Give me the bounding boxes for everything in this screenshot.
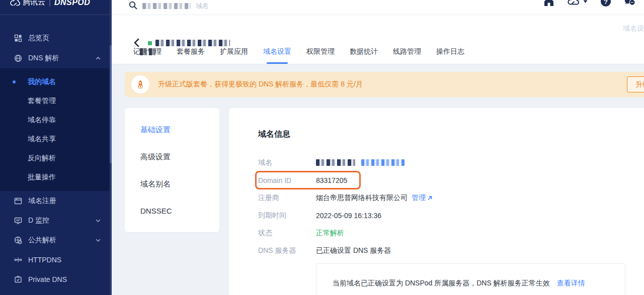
sidebar-item-label: Private DNS xyxy=(28,275,67,283)
sidebar-item-httpdns[interactable]: HTTPDNS xyxy=(0,250,112,269)
sidebar-item-overview[interactable]: 总览页 xyxy=(0,28,112,48)
rocket-icon-circle xyxy=(131,75,149,93)
globe-gear-icon xyxy=(14,236,22,244)
chevron-up-icon xyxy=(96,56,101,61)
censored-search-text xyxy=(142,3,191,9)
home-icon[interactable] xyxy=(543,0,555,8)
svg-text:?: ? xyxy=(604,0,608,6)
chat-icon[interactable] xyxy=(624,0,636,8)
row-label: 域名 xyxy=(258,158,316,167)
sidebar-item-label: D 监控 xyxy=(28,216,49,225)
tencent-cloud-icon xyxy=(10,0,20,6)
safebox-icon xyxy=(14,275,22,283)
subitem-label: 套餐管理 xyxy=(28,96,56,106)
view-details-link[interactable]: 查看详情 xyxy=(557,279,585,288)
row-domain-id: Domain ID 83317205 xyxy=(258,171,644,189)
domain-info-card: 域名信息 域名 Domain ID 83317205 注册商 烟台帝思普网络科技… xyxy=(229,108,644,295)
tab-label: 套餐服务 xyxy=(177,47,205,55)
sidebar-subitem-domain-parking[interactable]: 域名停靠 xyxy=(0,111,112,130)
censored-domain-value xyxy=(316,159,405,166)
status-dot-green xyxy=(148,41,152,45)
tab-label: 操作日志 xyxy=(436,47,464,55)
tab-label: 权限管理 xyxy=(306,47,335,55)
registrar-manage-link[interactable]: 管理 xyxy=(412,193,432,203)
row-dns-server: DNS 服务器 已正确设置 DNS 服务器 xyxy=(258,242,644,259)
tab-line-management[interactable]: 线路管理 xyxy=(393,47,421,64)
topbar: 域名 ? xyxy=(112,0,644,15)
help-icon[interactable]: ? xyxy=(600,0,612,8)
dns-server-value: 已正确设置 DNS 服务器 xyxy=(316,246,391,255)
tab-permissions[interactable]: 权限管理 xyxy=(306,47,335,64)
subitem-label: 批量操作 xyxy=(28,173,56,182)
search-icon xyxy=(129,1,137,10)
window-icon xyxy=(14,197,22,205)
chevron-down-icon xyxy=(96,238,101,243)
sidebar-item-domain-registration[interactable]: 域名注册 xyxy=(0,191,112,211)
chevron-down-icon xyxy=(96,218,101,223)
row-label: DNS 服务器 xyxy=(258,246,316,255)
upgrade-button[interactable]: 升级 xyxy=(627,76,644,92)
row-status: 状态 正常解析 xyxy=(258,224,644,242)
tab-statistics[interactable]: 数据统计 xyxy=(350,47,378,64)
menu-item-basic-settings[interactable]: 基础设置 xyxy=(125,116,219,143)
sidebar-subitem-reverse-dns[interactable]: 反向解析 xyxy=(0,149,112,168)
sidebar-item-label: 公共解析 xyxy=(28,236,56,245)
domain-id-value: 83317205 xyxy=(316,176,347,184)
menu-item-domain-alias[interactable]: 域名别名 xyxy=(125,170,219,198)
tab-records[interactable]: 记录管理 xyxy=(133,47,162,64)
expire-value: 2022-05-09 16:13:36 xyxy=(316,212,381,220)
back-icon[interactable] xyxy=(133,38,141,47)
tab-domain-settings[interactable]: 域名设置 xyxy=(263,47,291,64)
sidebar-item-dns[interactable]: DNS 解析 xyxy=(0,48,112,68)
brand-logo[interactable]: 腾讯云 | DNSPOD xyxy=(0,0,112,15)
tab-label: 线路管理 xyxy=(393,47,421,55)
caret-down-icon[interactable] xyxy=(583,0,588,4)
tab-extensions[interactable]: 扩展应用 xyxy=(220,47,248,64)
dns-status-notice-box: 当前域名已正确设置为 DNSPod 所属服务器，DNS 解析服务正常生效 查看详… xyxy=(316,263,625,295)
domain-info-title: 域名信息 xyxy=(258,129,644,140)
tab-plan-services[interactable]: 套餐服务 xyxy=(177,47,205,64)
row-label: 状态 xyxy=(258,229,316,238)
row-label: 注册商 xyxy=(258,193,316,203)
subitem-label: 域名停靠 xyxy=(28,116,56,125)
censored-domain-title xyxy=(148,40,230,46)
sidebar-item-label: DNS 解析 xyxy=(28,54,59,63)
main-content: 升级正式版套餐，获得更极致的 DNS 解析服务，最低仅需 8 元/月 升级 基础… xyxy=(112,64,644,295)
sidebar-item-private-dns[interactable]: Private DNS xyxy=(0,269,112,289)
tab-label: 域名设置 xyxy=(263,47,291,55)
sidebar-subitem-batch-operations[interactable]: 批量操作 xyxy=(0,168,112,187)
subitem-label: 域名共享 xyxy=(28,135,56,144)
registrar-value: 烟台帝思普网络科技有限公司 xyxy=(316,193,408,203)
node-link-icon xyxy=(14,256,22,264)
page-header: 域名设置 记录管理 套餐服务 扩展应用 域名设置 权限管理 数据统计 线路管理 … xyxy=(112,15,644,64)
globe-icon xyxy=(14,54,22,62)
brand-dnspod: DNSPOD xyxy=(54,0,90,7)
brand-tencent: 腾讯云 xyxy=(23,0,45,7)
sidebar-subitem-domain-sharing[interactable]: 域名共享 xyxy=(0,130,112,149)
row-domain: 域名 xyxy=(258,154,644,171)
cloud-console-icon[interactable] xyxy=(567,0,579,8)
sidebar: 腾讯云 | DNSPOD 总览页 DNS 解析 我的域名 套餐管理 域名停靠 域… xyxy=(0,0,112,295)
status-value: 正常解析 xyxy=(316,229,344,238)
sidebar-item-label: HTTPDNS xyxy=(28,256,61,264)
external-link-icon xyxy=(427,195,432,201)
menu-item-dnssec[interactable]: DNSSEC xyxy=(125,198,219,225)
search-input[interactable]: 域名 xyxy=(129,2,209,11)
sidebar-subitem-plan-management[interactable]: 套餐管理 xyxy=(0,91,112,111)
corner-help-link[interactable]: 域名设置 xyxy=(623,24,644,33)
sidebar-item-label: 域名注册 xyxy=(28,196,56,206)
row-label: Domain ID xyxy=(258,176,316,184)
tab-operation-logs[interactable]: 操作日志 xyxy=(436,47,464,64)
sidebar-subitem-my-domains[interactable]: 我的域名 xyxy=(0,72,112,91)
sidebar-item-d-monitor[interactable]: D 监控 xyxy=(0,211,112,230)
search-placeholder-suffix: 域名 xyxy=(196,2,209,11)
sidebar-item-public-dns[interactable]: 公共解析 xyxy=(0,230,112,250)
banner-message: 升级正式版套餐，获得更极致的 DNS 解析服务，最低仅需 8 元/月 xyxy=(158,80,363,89)
sidebar-item-label: 总览页 xyxy=(28,34,49,43)
dns-submenu: 我的域名 套餐管理 域名停靠 域名共享 反向解析 批量操作 xyxy=(0,68,112,191)
settings-menu-card: 基础设置 高级设置 域名别名 DNSSEC xyxy=(125,108,219,232)
censor-patch xyxy=(140,48,155,55)
tab-label: 扩展应用 xyxy=(220,47,248,55)
menu-item-advanced-settings[interactable]: 高级设置 xyxy=(125,143,219,170)
notice-text: 当前域名已正确设置为 DNSPod 所属服务器，DNS 解析服务正常生效 xyxy=(333,279,550,288)
